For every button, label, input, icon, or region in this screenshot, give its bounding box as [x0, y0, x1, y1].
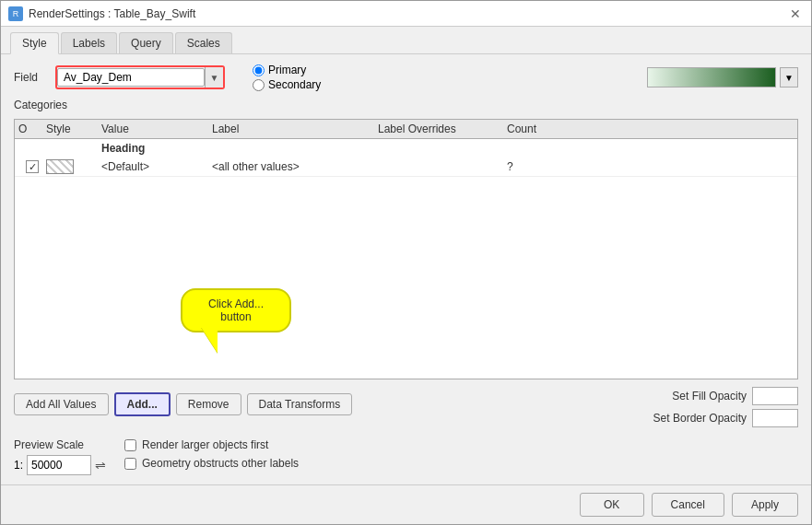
- preview-scale: Preview Scale 1: ⇌: [14, 438, 106, 475]
- apply-button[interactable]: Apply: [732, 493, 798, 517]
- title-bar: R RenderSettings : Table_Bay_Swift ✕: [1, 1, 811, 27]
- checkboxes-column: Render larger objects first Geometry obs…: [124, 438, 299, 470]
- row-value-cell: <Default>: [101, 160, 212, 173]
- add-button[interactable]: Add...: [114, 392, 171, 416]
- color-ramp-dropdown[interactable]: ▼: [780, 67, 798, 88]
- bottom-section: Preview Scale 1: ⇌ Render larger objects…: [14, 438, 798, 475]
- categories-label: Categories: [14, 99, 798, 111]
- ok-button[interactable]: OK: [580, 493, 644, 517]
- app-icon: R: [8, 6, 23, 21]
- border-opacity-label: Set Border Opacity: [653, 412, 747, 425]
- render-larger-checkbox[interactable]: [124, 439, 136, 451]
- render-larger-checkbox-label[interactable]: Render larger objects first: [124, 438, 299, 451]
- buttons-opacity-row: Add All Values Add... Remove Data Transf…: [14, 387, 798, 427]
- geometry-obstructs-text: Geometry obstructs other labels: [142, 457, 299, 470]
- table-row: ✓ <Default> <all other values> ?: [15, 158, 797, 177]
- categories-table: O Style Value Label Label Overrides Coun…: [14, 119, 798, 379]
- field-row: Field Av_Day_Dem ▼ Primary Secondary: [14, 64, 798, 91]
- row-label-cell: <all other values>: [212, 160, 378, 173]
- geometry-obstructs-checkbox-label[interactable]: Geometry obstructs other labels: [124, 457, 299, 470]
- row-style-cell: [46, 159, 101, 174]
- radio-group: Primary Secondary: [253, 64, 321, 91]
- title-bar-left: R RenderSettings : Table_Bay_Swift: [8, 6, 195, 21]
- tab-query[interactable]: Query: [119, 32, 173, 53]
- scale-lock-icon: ⇌: [95, 458, 106, 472]
- callout-area: Click Add...button: [181, 288, 291, 332]
- radio-secondary[interactable]: Secondary: [253, 78, 321, 91]
- table-buttons: Add All Values Add... Remove Data Transf…: [14, 392, 352, 416]
- main-window: R RenderSettings : Table_Bay_Swift ✕ Sty…: [0, 0, 812, 525]
- remove-button[interactable]: Remove: [176, 393, 241, 415]
- close-button[interactable]: ✕: [787, 6, 804, 22]
- color-ramp: ▼: [647, 67, 798, 88]
- tab-scales[interactable]: Scales: [175, 32, 232, 53]
- th-count: Count: [507, 122, 581, 135]
- field-label: Field: [14, 71, 46, 84]
- style-swatch: [46, 159, 74, 174]
- window-title: RenderSettings : Table_Bay_Swift: [29, 7, 195, 20]
- preview-scale-label: Preview Scale: [14, 438, 106, 451]
- field-dropdown-arrow[interactable]: ▼: [205, 67, 223, 88]
- th-label: Label: [212, 122, 378, 135]
- th-overrides: Label Overrides: [378, 122, 507, 135]
- scale-prefix: 1:: [14, 459, 23, 472]
- tab-style[interactable]: Style: [10, 32, 59, 54]
- data-transforms-button[interactable]: Data Transforms: [247, 393, 353, 415]
- tab-labels[interactable]: Labels: [61, 32, 117, 53]
- main-content: Field Av_Day_Dem ▼ Primary Secondary: [1, 54, 811, 484]
- field-dropdown[interactable]: Av_Day_Dem: [57, 68, 205, 87]
- row-checkbox[interactable]: ✓: [26, 160, 39, 173]
- fill-opacity-input[interactable]: [752, 387, 798, 405]
- row-count-cell: ?: [507, 160, 581, 173]
- color-ramp-bar: [647, 67, 776, 88]
- callout-balloon: Click Add...button: [181, 288, 291, 332]
- cancel-button[interactable]: Cancel: [652, 493, 724, 517]
- th-style: Style: [46, 122, 101, 135]
- add-all-values-button[interactable]: Add All Values: [14, 393, 109, 415]
- geometry-obstructs-checkbox[interactable]: [124, 458, 136, 470]
- border-opacity-input[interactable]: [752, 409, 798, 427]
- render-larger-text: Render larger objects first: [142, 438, 268, 451]
- fill-opacity-label: Set Fill Opacity: [672, 390, 747, 402]
- scale-input-row: 1: ⇌: [14, 455, 106, 475]
- field-select-wrapper: Av_Day_Dem ▼: [55, 65, 225, 89]
- scale-value-input[interactable]: [27, 455, 91, 475]
- table-header: O Style Value Label Label Overrides Coun…: [15, 120, 797, 139]
- tab-bar: Style Labels Query Scales: [1, 27, 811, 54]
- table-body: Heading ✓ <Default> <all other values> ?: [15, 139, 797, 177]
- row-checkbox-cell: ✓: [18, 160, 46, 173]
- radio-primary[interactable]: Primary: [253, 64, 321, 76]
- th-value: Value: [101, 122, 212, 135]
- th-o: O: [18, 122, 46, 135]
- footer: OK Cancel Apply: [1, 484, 811, 524]
- opacity-row: Set Fill Opacity Set Border Opacity: [653, 387, 798, 427]
- border-opacity-row: Set Border Opacity: [653, 409, 798, 427]
- fill-opacity-row: Set Fill Opacity: [653, 387, 798, 405]
- callout-text: Click Add...button: [208, 298, 264, 323]
- table-heading-row: Heading: [15, 139, 797, 158]
